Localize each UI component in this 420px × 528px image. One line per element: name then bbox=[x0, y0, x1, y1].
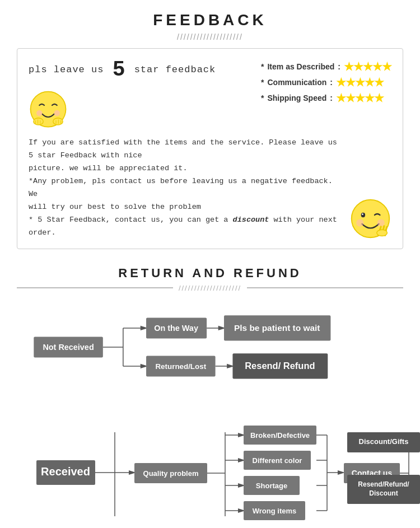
refund-divider: //////////////////// bbox=[179, 284, 241, 292]
asterisk-1: * bbox=[261, 62, 264, 71]
svg-text:Received: Received bbox=[41, 465, 90, 478]
colon-1: : bbox=[338, 62, 340, 71]
feedback-line2: picture. we will be appreciated it. bbox=[29, 162, 344, 175]
feedback-line5: * 5 Star Feedback, contact us, you can g… bbox=[29, 214, 344, 240]
svg-point-12 bbox=[361, 212, 366, 217]
feedback-top: pls leave us 5 star feedback bbox=[29, 58, 391, 129]
svg-point-19 bbox=[377, 230, 388, 236]
svg-text:Different color: Different color bbox=[253, 456, 302, 465]
svg-point-4 bbox=[53, 118, 63, 125]
svg-text:Wrong items: Wrong items bbox=[253, 507, 297, 515]
rating-label-1: Item as Described bbox=[267, 62, 334, 71]
asterisk-3: * bbox=[261, 94, 264, 102]
svg-text:Quality problem: Quality problem bbox=[143, 469, 199, 478]
svg-point-2 bbox=[54, 110, 60, 116]
stars-1: ★★★★★ bbox=[344, 60, 391, 73]
svg-text:On the Way: On the Way bbox=[154, 324, 198, 333]
feedback-right: * Item as Described : ★★★★★ * Communicat… bbox=[261, 60, 391, 105]
feedback-left: pls leave us 5 star feedback bbox=[29, 58, 216, 129]
rating-label-2: Communication bbox=[267, 78, 326, 87]
refund-title: RETURN AND REFUND bbox=[17, 266, 403, 281]
svg-text:Returned/Lost: Returned/Lost bbox=[155, 362, 206, 371]
svg-text:Broken/Defective: Broken/Defective bbox=[250, 431, 310, 440]
feedback-divider: //////////////////// bbox=[17, 32, 403, 41]
svg-text:Shortage: Shortage bbox=[256, 482, 287, 490]
resend-refund-discount-text: Resend/Refund/Discount bbox=[358, 480, 409, 498]
svg-text:Not Received: Not Received bbox=[43, 343, 94, 352]
feedback-bottom: If you are satisfied with the items and … bbox=[29, 129, 391, 240]
leave-us-prefix: pls leave us bbox=[29, 64, 104, 75]
stars-3: ★★★★★ bbox=[336, 91, 384, 105]
smiley-wink-icon bbox=[349, 198, 391, 240]
not-received-diagram: Not Received On the Way bbox=[28, 303, 420, 393]
h-line-left bbox=[17, 287, 173, 288]
feedback-line5-prefix: * 5 Star Feedback, contact us, you can g… bbox=[29, 216, 228, 224]
colon-2: : bbox=[330, 78, 333, 87]
leave-us-suffix: star feedback bbox=[134, 64, 216, 75]
svg-point-1 bbox=[36, 110, 43, 116]
feedback-box: pls leave us 5 star feedback bbox=[17, 48, 403, 249]
big-five: 5 bbox=[113, 58, 126, 82]
leave-us-text: pls leave us 5 star feedback bbox=[29, 58, 216, 82]
h-line-right bbox=[247, 287, 403, 288]
feedback-line5-discount: discount bbox=[233, 216, 269, 224]
feedback-section: FEEDBACK //////////////////// pls leave … bbox=[0, 0, 420, 255]
flowchart-not-received: Not Received On the Way bbox=[17, 303, 403, 529]
received-svg: Received Quality problem Broken/Defe bbox=[28, 404, 420, 529]
feedback-body: If you are satisfied with the items and … bbox=[29, 137, 344, 240]
svg-point-3 bbox=[34, 118, 44, 125]
rating-label-3: Shipping Speed bbox=[267, 94, 326, 102]
feedback-line1: If you are satisfied with the items and … bbox=[29, 137, 344, 162]
refund-divider-wrapper: //////////////////// bbox=[17, 284, 403, 292]
svg-point-14 bbox=[356, 219, 363, 226]
resend-refund-discount-label: Resend/Refund/Discount bbox=[347, 475, 420, 504]
svg-point-15 bbox=[377, 219, 385, 226]
discount-gifts-label: Discount/Gifts bbox=[347, 432, 420, 452]
refund-section: RETURN AND REFUND //////////////////// N… bbox=[0, 255, 420, 529]
rating-row-1: * Item as Described : ★★★★★ bbox=[261, 60, 391, 73]
feedback-title: FEEDBACK bbox=[17, 11, 403, 29]
stars-2: ★★★★★ bbox=[336, 76, 384, 89]
feedback-line3: *Any problem, pls contact us before leav… bbox=[29, 175, 344, 201]
svg-text:Pls be patient to wait: Pls be patient to wait bbox=[234, 323, 320, 333]
smiley-sleep-icon bbox=[29, 90, 68, 129]
svg-point-13 bbox=[362, 213, 363, 215]
svg-text:Resend/ Refund: Resend/ Refund bbox=[245, 361, 315, 371]
colon-3: : bbox=[330, 94, 333, 102]
feedback-line4: will try our best to solve the problem bbox=[29, 201, 344, 214]
not-received-svg: Not Received On the Way bbox=[28, 303, 420, 393]
rating-row-2: * Communication : ★★★★★ bbox=[261, 76, 391, 89]
asterisk-2: * bbox=[261, 78, 264, 87]
received-diagram: Received Quality problem Broken/Defe bbox=[28, 404, 420, 529]
rating-row-3: * Shipping Speed : ★★★★★ bbox=[261, 91, 391, 105]
